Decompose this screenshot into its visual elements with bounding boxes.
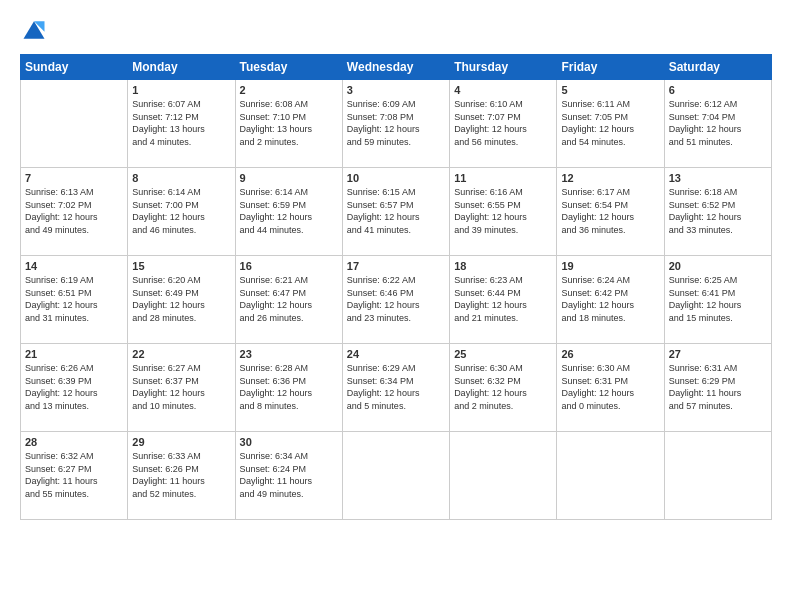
day-number: 17 xyxy=(347,260,445,272)
calendar-cell: 21Sunrise: 6:26 AM Sunset: 6:39 PM Dayli… xyxy=(21,344,128,432)
day-info: Sunrise: 6:19 AM Sunset: 6:51 PM Dayligh… xyxy=(25,274,123,324)
weekday-header-thursday: Thursday xyxy=(450,55,557,80)
day-number: 7 xyxy=(25,172,123,184)
day-number: 16 xyxy=(240,260,338,272)
page: SundayMondayTuesdayWednesdayThursdayFrid… xyxy=(0,0,792,612)
day-number: 3 xyxy=(347,84,445,96)
day-number: 19 xyxy=(561,260,659,272)
calendar-cell: 3Sunrise: 6:09 AM Sunset: 7:08 PM Daylig… xyxy=(342,80,449,168)
calendar-week-2: 7Sunrise: 6:13 AM Sunset: 7:02 PM Daylig… xyxy=(21,168,772,256)
calendar-cell: 14Sunrise: 6:19 AM Sunset: 6:51 PM Dayli… xyxy=(21,256,128,344)
calendar-cell: 4Sunrise: 6:10 AM Sunset: 7:07 PM Daylig… xyxy=(450,80,557,168)
day-info: Sunrise: 6:25 AM Sunset: 6:41 PM Dayligh… xyxy=(669,274,767,324)
calendar-cell: 1Sunrise: 6:07 AM Sunset: 7:12 PM Daylig… xyxy=(128,80,235,168)
day-number: 20 xyxy=(669,260,767,272)
day-info: Sunrise: 6:12 AM Sunset: 7:04 PM Dayligh… xyxy=(669,98,767,148)
calendar-cell: 29Sunrise: 6:33 AM Sunset: 6:26 PM Dayli… xyxy=(128,432,235,520)
day-info: Sunrise: 6:14 AM Sunset: 6:59 PM Dayligh… xyxy=(240,186,338,236)
calendar-cell: 26Sunrise: 6:30 AM Sunset: 6:31 PM Dayli… xyxy=(557,344,664,432)
day-info: Sunrise: 6:26 AM Sunset: 6:39 PM Dayligh… xyxy=(25,362,123,412)
day-number: 23 xyxy=(240,348,338,360)
day-number: 8 xyxy=(132,172,230,184)
day-info: Sunrise: 6:34 AM Sunset: 6:24 PM Dayligh… xyxy=(240,450,338,500)
day-info: Sunrise: 6:23 AM Sunset: 6:44 PM Dayligh… xyxy=(454,274,552,324)
calendar-week-3: 14Sunrise: 6:19 AM Sunset: 6:51 PM Dayli… xyxy=(21,256,772,344)
day-info: Sunrise: 6:33 AM Sunset: 6:26 PM Dayligh… xyxy=(132,450,230,500)
day-number: 22 xyxy=(132,348,230,360)
day-number: 13 xyxy=(669,172,767,184)
calendar-cell: 10Sunrise: 6:15 AM Sunset: 6:57 PM Dayli… xyxy=(342,168,449,256)
calendar-cell: 9Sunrise: 6:14 AM Sunset: 6:59 PM Daylig… xyxy=(235,168,342,256)
day-info: Sunrise: 6:17 AM Sunset: 6:54 PM Dayligh… xyxy=(561,186,659,236)
day-info: Sunrise: 6:22 AM Sunset: 6:46 PM Dayligh… xyxy=(347,274,445,324)
day-number: 9 xyxy=(240,172,338,184)
calendar-cell xyxy=(664,432,771,520)
day-info: Sunrise: 6:14 AM Sunset: 7:00 PM Dayligh… xyxy=(132,186,230,236)
day-number: 4 xyxy=(454,84,552,96)
day-number: 10 xyxy=(347,172,445,184)
calendar-cell: 18Sunrise: 6:23 AM Sunset: 6:44 PM Dayli… xyxy=(450,256,557,344)
calendar-cell xyxy=(557,432,664,520)
calendar-cell xyxy=(450,432,557,520)
weekday-header-friday: Friday xyxy=(557,55,664,80)
calendar-cell: 5Sunrise: 6:11 AM Sunset: 7:05 PM Daylig… xyxy=(557,80,664,168)
day-info: Sunrise: 6:11 AM Sunset: 7:05 PM Dayligh… xyxy=(561,98,659,148)
logo-icon xyxy=(20,16,48,44)
weekday-header-saturday: Saturday xyxy=(664,55,771,80)
weekday-header-monday: Monday xyxy=(128,55,235,80)
calendar-cell: 17Sunrise: 6:22 AM Sunset: 6:46 PM Dayli… xyxy=(342,256,449,344)
day-number: 6 xyxy=(669,84,767,96)
calendar-week-1: 1Sunrise: 6:07 AM Sunset: 7:12 PM Daylig… xyxy=(21,80,772,168)
day-info: Sunrise: 6:31 AM Sunset: 6:29 PM Dayligh… xyxy=(669,362,767,412)
calendar-cell: 7Sunrise: 6:13 AM Sunset: 7:02 PM Daylig… xyxy=(21,168,128,256)
day-info: Sunrise: 6:10 AM Sunset: 7:07 PM Dayligh… xyxy=(454,98,552,148)
day-info: Sunrise: 6:18 AM Sunset: 6:52 PM Dayligh… xyxy=(669,186,767,236)
calendar-cell: 6Sunrise: 6:12 AM Sunset: 7:04 PM Daylig… xyxy=(664,80,771,168)
day-info: Sunrise: 6:20 AM Sunset: 6:49 PM Dayligh… xyxy=(132,274,230,324)
day-number: 30 xyxy=(240,436,338,448)
day-info: Sunrise: 6:24 AM Sunset: 6:42 PM Dayligh… xyxy=(561,274,659,324)
logo xyxy=(20,16,52,44)
day-number: 11 xyxy=(454,172,552,184)
day-number: 15 xyxy=(132,260,230,272)
day-number: 27 xyxy=(669,348,767,360)
calendar-week-4: 21Sunrise: 6:26 AM Sunset: 6:39 PM Dayli… xyxy=(21,344,772,432)
calendar-cell: 12Sunrise: 6:17 AM Sunset: 6:54 PM Dayli… xyxy=(557,168,664,256)
calendar-cell: 19Sunrise: 6:24 AM Sunset: 6:42 PM Dayli… xyxy=(557,256,664,344)
calendar-cell: 8Sunrise: 6:14 AM Sunset: 7:00 PM Daylig… xyxy=(128,168,235,256)
calendar-cell: 13Sunrise: 6:18 AM Sunset: 6:52 PM Dayli… xyxy=(664,168,771,256)
calendar-cell: 22Sunrise: 6:27 AM Sunset: 6:37 PM Dayli… xyxy=(128,344,235,432)
weekday-header-wednesday: Wednesday xyxy=(342,55,449,80)
calendar-cell: 2Sunrise: 6:08 AM Sunset: 7:10 PM Daylig… xyxy=(235,80,342,168)
day-number: 24 xyxy=(347,348,445,360)
day-number: 26 xyxy=(561,348,659,360)
calendar-table: SundayMondayTuesdayWednesdayThursdayFrid… xyxy=(20,54,772,520)
day-number: 2 xyxy=(240,84,338,96)
day-info: Sunrise: 6:09 AM Sunset: 7:08 PM Dayligh… xyxy=(347,98,445,148)
day-info: Sunrise: 6:30 AM Sunset: 6:32 PM Dayligh… xyxy=(454,362,552,412)
day-info: Sunrise: 6:32 AM Sunset: 6:27 PM Dayligh… xyxy=(25,450,123,500)
day-number: 29 xyxy=(132,436,230,448)
day-number: 18 xyxy=(454,260,552,272)
day-info: Sunrise: 6:27 AM Sunset: 6:37 PM Dayligh… xyxy=(132,362,230,412)
weekday-header-tuesday: Tuesday xyxy=(235,55,342,80)
weekday-header-sunday: Sunday xyxy=(21,55,128,80)
day-info: Sunrise: 6:07 AM Sunset: 7:12 PM Dayligh… xyxy=(132,98,230,148)
calendar-cell: 20Sunrise: 6:25 AM Sunset: 6:41 PM Dayli… xyxy=(664,256,771,344)
day-number: 14 xyxy=(25,260,123,272)
day-info: Sunrise: 6:15 AM Sunset: 6:57 PM Dayligh… xyxy=(347,186,445,236)
calendar-cell: 27Sunrise: 6:31 AM Sunset: 6:29 PM Dayli… xyxy=(664,344,771,432)
calendar-cell: 23Sunrise: 6:28 AM Sunset: 6:36 PM Dayli… xyxy=(235,344,342,432)
day-info: Sunrise: 6:28 AM Sunset: 6:36 PM Dayligh… xyxy=(240,362,338,412)
header xyxy=(20,16,772,44)
calendar-cell: 15Sunrise: 6:20 AM Sunset: 6:49 PM Dayli… xyxy=(128,256,235,344)
day-number: 5 xyxy=(561,84,659,96)
calendar-cell: 11Sunrise: 6:16 AM Sunset: 6:55 PM Dayli… xyxy=(450,168,557,256)
weekday-header-row: SundayMondayTuesdayWednesdayThursdayFrid… xyxy=(21,55,772,80)
day-number: 12 xyxy=(561,172,659,184)
day-info: Sunrise: 6:08 AM Sunset: 7:10 PM Dayligh… xyxy=(240,98,338,148)
calendar-week-5: 28Sunrise: 6:32 AM Sunset: 6:27 PM Dayli… xyxy=(21,432,772,520)
calendar-cell: 24Sunrise: 6:29 AM Sunset: 6:34 PM Dayli… xyxy=(342,344,449,432)
day-number: 25 xyxy=(454,348,552,360)
day-number: 1 xyxy=(132,84,230,96)
